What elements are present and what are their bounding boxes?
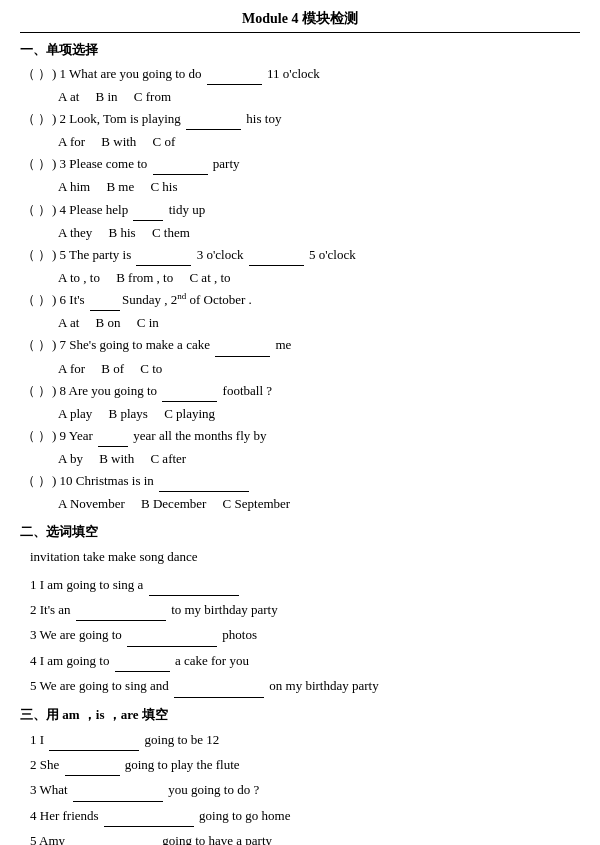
table-row: （ ） ) 7 She's going to make a cake me [20, 334, 580, 356]
list-item: 2 It's an to my birthday party [30, 598, 580, 621]
table-row: （ ） ) 1 What are you going to do 11 o'cl… [20, 63, 580, 85]
list-item: 3 What you going to do ? [30, 778, 580, 801]
list-item: 2 She going to play the flute [30, 753, 580, 776]
list-item: 5 We are going to sing and on my birthda… [30, 674, 580, 697]
table-row: （ ） ) 2 Look, Tom is playing his toy [20, 108, 580, 130]
table-row: （ ） ) 5 The party is 3 o'clock 5 o'clock [20, 244, 580, 266]
section1-questions: （ ） ) 1 What are you going to do 11 o'cl… [20, 63, 580, 515]
list-item: 4 Her friends going to go home [30, 804, 580, 827]
table-row: （ ） ) 9 Year year all the months fly by [20, 425, 580, 447]
section3-title: 三、用 am ，is ，are 填空 [20, 706, 580, 724]
list-item: 5 Amy going to have a party [30, 829, 580, 845]
section2-questions: 1 I am going to sing a 2 It's an to my b… [20, 573, 580, 698]
word-bank: invitation take make song dance [20, 545, 580, 568]
section1-title: 一、单项选择 [20, 41, 580, 59]
list-item: 3 We are going to photos [30, 623, 580, 646]
section3-questions: 1 I going to be 12 2 She going to play t… [20, 728, 580, 845]
table-row: （ ） ) 4 Please help tidy up [20, 199, 580, 221]
table-row: （ ） ) 3 Please come to party [20, 153, 580, 175]
list-item: 4 I am going to a cake for you [30, 649, 580, 672]
table-row: （ ） ) 6 It's Sunday , 2nd of October . [20, 289, 580, 311]
list-item: 1 I am going to sing a [30, 573, 580, 596]
list-item: 1 I going to be 12 [30, 728, 580, 751]
section2-title: 二、选词填空 [20, 523, 580, 541]
table-row: （ ） ) 8 Are you going to football ? [20, 380, 580, 402]
table-row: （ ） ) 10 Christmas is in [20, 470, 580, 492]
page-title: Module 4 模块检测 [20, 10, 580, 33]
